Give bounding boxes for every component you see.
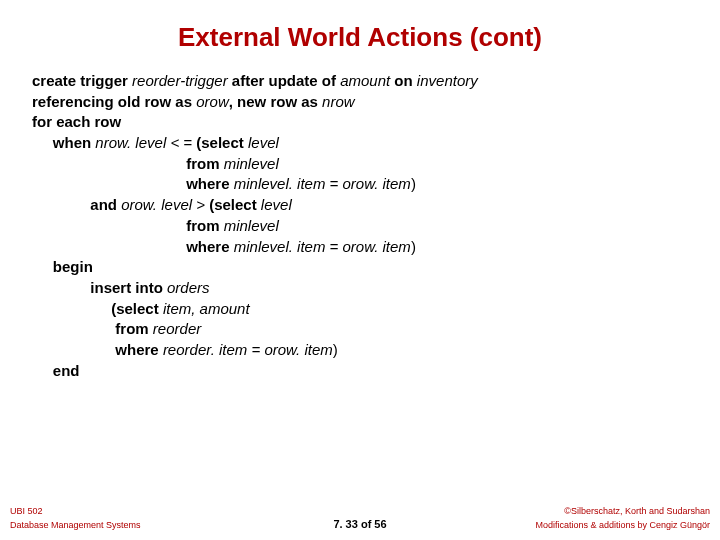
t: )	[411, 238, 416, 255]
t: minlevel. item = orow. item	[234, 238, 411, 255]
t: minlevel	[224, 155, 279, 172]
t: where	[32, 238, 234, 255]
t: orow. level >	[121, 196, 209, 213]
t: nrow	[322, 93, 355, 110]
slide-title: External World Actions (cont)	[0, 0, 720, 71]
t: amount	[340, 72, 394, 89]
t: inventory	[417, 72, 478, 89]
footer-dbms: Database Management Systems	[10, 520, 241, 530]
t: from	[32, 320, 153, 337]
footer-copyright: ©Silberschatz, Korth and Sudarshan	[479, 506, 710, 516]
t: level	[248, 134, 279, 151]
t: where	[32, 175, 234, 192]
t: end	[32, 362, 80, 379]
code-block: create trigger reorder-trigger after upd…	[0, 71, 720, 381]
t: insert into	[32, 279, 167, 296]
t: minlevel. item = orow. item	[234, 175, 411, 192]
t: level	[261, 196, 292, 213]
footer-page: 7. 33 of 56	[245, 518, 476, 530]
t: and	[32, 196, 121, 213]
t: from	[32, 155, 224, 172]
footer-mods: Modifications & additions by Cengiz Güng…	[479, 520, 710, 530]
t: (select	[32, 300, 163, 317]
t: after update of	[232, 72, 340, 89]
t: reorder-trigger	[132, 72, 232, 89]
footer: UBI 502 ©Silberschatz, Korth and Sudarsh…	[0, 504, 720, 530]
t: item, amount	[163, 300, 250, 317]
t: )	[333, 341, 338, 358]
t: when	[32, 134, 95, 151]
footer-course: UBI 502	[10, 506, 241, 516]
t: , new row as	[229, 93, 322, 110]
t: reorder	[153, 320, 201, 337]
t: (select	[209, 196, 261, 213]
t: reorder. item = orow. item	[163, 341, 333, 358]
t: minlevel	[224, 217, 279, 234]
t: from	[32, 217, 224, 234]
t: for each row	[32, 113, 121, 130]
t: orow	[196, 93, 229, 110]
t: on	[394, 72, 417, 89]
t: orders	[167, 279, 210, 296]
t: referencing old row as	[32, 93, 196, 110]
t: begin	[32, 258, 93, 275]
t: )	[411, 175, 416, 192]
t: create trigger	[32, 72, 132, 89]
t: nrow. level < =	[95, 134, 196, 151]
t: (select	[196, 134, 248, 151]
t: where	[32, 341, 163, 358]
